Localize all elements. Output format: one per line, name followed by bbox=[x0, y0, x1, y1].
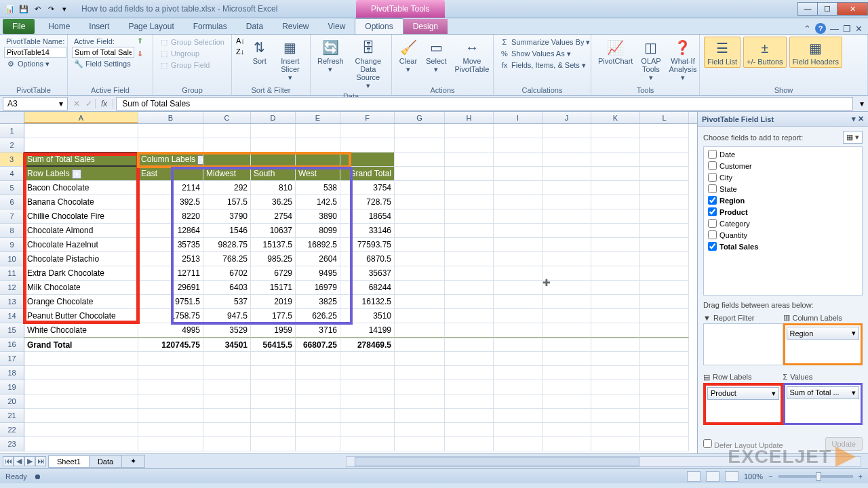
sum-pill[interactable]: Sum of Total ...▾ bbox=[787, 386, 860, 399]
field-list-button[interactable]: ☰Field List bbox=[704, 37, 741, 68]
field-product[interactable]: Product bbox=[704, 206, 862, 218]
close-button[interactable]: ✕ bbox=[837, 2, 868, 16]
insert-slicer-button[interactable]: ▦Insert Slicer ▾ bbox=[275, 37, 306, 83]
tab-insert[interactable]: Insert bbox=[79, 19, 119, 34]
options-button[interactable]: ⚙Options ▾ bbox=[4, 58, 66, 69]
maximize-button[interactable]: ☐ bbox=[817, 2, 837, 16]
tab-view[interactable]: View bbox=[319, 19, 355, 34]
minimize-button[interactable]: — bbox=[797, 2, 818, 16]
fields-items-sets-button[interactable]: fxFields, Items, & Sets ▾ bbox=[498, 60, 592, 70]
doc-minimize-icon[interactable]: — bbox=[830, 24, 839, 34]
formula-input[interactable]: Sum of Total Sales bbox=[116, 97, 853, 110]
field-settings-button[interactable]: 🔧Field Settings bbox=[72, 58, 134, 69]
enter-icon[interactable]: ✓ bbox=[83, 99, 95, 108]
product-pill[interactable]: Product▾ bbox=[707, 387, 779, 400]
field-customer[interactable]: Customer bbox=[704, 160, 862, 171]
field-quantity[interactable]: Quantity bbox=[704, 229, 862, 241]
pivottable-name-input[interactable] bbox=[4, 47, 66, 58]
zoom-level[interactable]: 100% bbox=[744, 472, 763, 481]
page-layout-view-button[interactable] bbox=[706, 471, 719, 482]
new-sheet-button[interactable]: ✦ bbox=[121, 455, 145, 468]
pm-buttons-button[interactable]: ±+/- Buttons bbox=[743, 37, 787, 68]
active-field-label: Active Field: bbox=[72, 37, 134, 46]
prev-sheet-icon[interactable]: ◀ bbox=[14, 456, 24, 466]
redo-icon[interactable]: ↷ bbox=[45, 3, 57, 15]
minimize-ribbon-icon[interactable]: ⌃ bbox=[804, 24, 811, 34]
move-pivottable-button[interactable]: ↔Move PivotTable bbox=[452, 37, 492, 75]
field-state[interactable]: State bbox=[704, 183, 862, 195]
field-city[interactable]: City bbox=[704, 171, 862, 183]
ungroup-button: ⬚Ungroup bbox=[157, 48, 226, 59]
field-date[interactable]: Date bbox=[704, 148, 862, 160]
field-list-close-icon[interactable]: ✕ bbox=[858, 115, 864, 123]
save-icon[interactable]: 💾 bbox=[18, 3, 30, 15]
show-values-as-button[interactable]: %Show Values As ▾ bbox=[498, 48, 592, 59]
settings-icon: 🔧 bbox=[74, 59, 83, 68]
group-label-active-field: Active Field bbox=[72, 85, 149, 94]
next-sheet-icon[interactable]: ▶ bbox=[24, 456, 35, 466]
refresh-icon: 🔄 bbox=[321, 38, 340, 57]
sort-desc-icon[interactable]: Z↓ bbox=[236, 47, 245, 56]
normal-view-button[interactable] bbox=[687, 471, 701, 482]
row-labels-area[interactable]: Product▾ bbox=[703, 383, 783, 425]
tab-data[interactable]: Data bbox=[237, 19, 273, 34]
qat-dropdown-icon[interactable]: ▾ bbox=[58, 3, 71, 15]
field-list-layout-button[interactable]: ▦ ▾ bbox=[843, 131, 863, 144]
slicer-icon: ▦ bbox=[281, 38, 300, 57]
zoom-out-icon[interactable]: − bbox=[768, 472, 772, 481]
undo-icon[interactable]: ↶ bbox=[31, 3, 43, 15]
select-button[interactable]: ▭Select ▾ bbox=[423, 37, 450, 75]
zoom-in-icon[interactable]: + bbox=[859, 472, 863, 481]
name-box[interactable]: A3▾ bbox=[3, 97, 68, 110]
fx-icon: fx bbox=[500, 60, 509, 70]
column-labels-area[interactable]: Region▾ bbox=[783, 323, 863, 365]
tab-design[interactable]: Design bbox=[403, 19, 448, 34]
clear-button[interactable]: 🧹Clear ▾ bbox=[396, 37, 420, 75]
tab-home[interactable]: Home bbox=[39, 19, 79, 34]
tab-file[interactable]: File bbox=[3, 19, 35, 34]
fx-button[interactable]: fx bbox=[95, 99, 113, 108]
expand-field-icon[interactable]: ⇑ bbox=[137, 37, 143, 45]
tab-page-layout[interactable]: Page Layout bbox=[119, 19, 183, 34]
tab-formulas[interactable]: Formulas bbox=[184, 19, 237, 34]
field-list-dropdown-icon[interactable]: ▾ bbox=[852, 115, 856, 123]
field-list-fields[interactable]: DateCustomerCityStateRegionProductCatego… bbox=[703, 146, 863, 296]
sort-asc-icon[interactable]: A↓ bbox=[236, 37, 245, 45]
sheet-tab-data[interactable]: Data bbox=[89, 455, 122, 468]
sheet-tab-sheet1[interactable]: Sheet1 bbox=[48, 455, 90, 468]
report-filter-header: ▼Report Filter bbox=[703, 312, 783, 323]
tab-options[interactable]: Options bbox=[355, 18, 403, 34]
macro-record-icon[interactable]: ⏺ bbox=[34, 472, 41, 481]
pivotchart-button[interactable]: 📈PivotChart bbox=[595, 37, 635, 66]
change-data-source-button[interactable]: 🗄Change Data Source ▾ bbox=[349, 37, 387, 91]
help-icon[interactable]: ? bbox=[815, 23, 826, 34]
tab-review[interactable]: Review bbox=[273, 19, 318, 34]
values-area[interactable]: Sum of Total ...▾ bbox=[783, 383, 863, 425]
group-label-tools: Tools bbox=[595, 85, 695, 94]
first-sheet-icon[interactable]: ⏮ bbox=[3, 456, 14, 466]
region-pill[interactable]: Region▾ bbox=[787, 327, 860, 340]
field-category[interactable]: Category bbox=[704, 218, 862, 229]
cancel-icon[interactable]: ✕ bbox=[71, 99, 83, 108]
expand-formula-icon[interactable]: ▾ bbox=[856, 99, 868, 108]
group-label-actions: Actions bbox=[396, 85, 489, 94]
doc-restore-icon[interactable]: ❐ bbox=[843, 24, 851, 34]
last-sheet-icon[interactable]: ⏭ bbox=[35, 456, 46, 466]
summarize-values-button[interactable]: ΣSummarize Values By ▾ bbox=[498, 37, 592, 47]
zoom-slider[interactable] bbox=[778, 475, 853, 478]
field-headers-button[interactable]: ▦Field Headers bbox=[789, 37, 842, 68]
page-break-view-button[interactable] bbox=[725, 471, 738, 482]
collapse-field-icon[interactable]: ⇓ bbox=[137, 49, 143, 58]
refresh-button[interactable]: 🔄Refresh ▾ bbox=[315, 37, 347, 75]
olap-tools-button: ◫OLAP Tools ▾ bbox=[638, 37, 663, 83]
active-field-input[interactable] bbox=[72, 47, 134, 58]
report-filter-area[interactable] bbox=[703, 323, 783, 365]
field-total sales[interactable]: Total Sales bbox=[704, 241, 862, 252]
excel-icon: 📊 bbox=[4, 3, 16, 15]
doc-close-icon[interactable]: ✕ bbox=[855, 24, 863, 34]
worksheet-grid[interactable]: ABCDEFGHIJKL 123Sum of Total SalesColumn… bbox=[0, 112, 697, 453]
field-region[interactable]: Region bbox=[704, 195, 862, 206]
sort-button[interactable]: ⇅Sort bbox=[248, 37, 272, 66]
chevron-down-icon[interactable]: ▾ bbox=[59, 99, 63, 108]
clear-icon: 🧹 bbox=[399, 38, 418, 57]
